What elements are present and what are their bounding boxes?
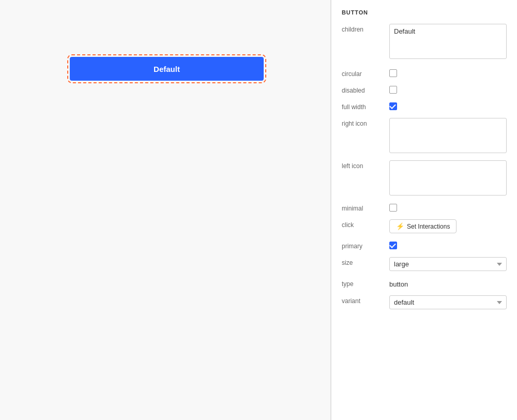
right-icon-value-wrapper — [389, 118, 507, 153]
minimal-checkbox[interactable] — [389, 204, 397, 212]
size-select[interactable]: small medium large extra-large — [389, 257, 507, 271]
set-interactions-label: Set Interactions — [407, 223, 450, 230]
canvas-button-wrapper: Default — [70, 57, 264, 81]
prop-row-click: click ⚡ Set Interactions — [342, 219, 507, 233]
type-value: button — [389, 278, 507, 288]
prop-row-left-icon: left icon — [342, 160, 507, 196]
right-icon-label: right icon — [342, 118, 383, 127]
left-icon-input[interactable] — [389, 160, 507, 196]
canvas-area: Default — [0, 0, 331, 420]
variant-label: variant — [342, 295, 383, 305]
prop-row-primary: primary — [342, 241, 507, 250]
type-value-wrapper: button — [389, 278, 507, 288]
props-panel: BUTTON children circular disabled full w… — [331, 0, 517, 420]
prop-row-children: children — [342, 24, 507, 61]
full-width-checkbox[interactable] — [389, 102, 397, 110]
variant-value-wrapper: default primary secondary minimal — [389, 295, 507, 309]
click-label: click — [342, 219, 383, 229]
children-label: children — [342, 24, 383, 33]
prop-row-disabled: disabled — [342, 85, 507, 94]
primary-label: primary — [342, 241, 383, 250]
left-icon-value-wrapper — [389, 160, 507, 196]
prop-row-full-width: full width — [342, 101, 507, 111]
size-value-wrapper: small medium large extra-large — [389, 257, 507, 271]
prop-row-circular: circular — [342, 68, 507, 78]
canvas-preview-button[interactable]: Default — [70, 57, 264, 81]
children-value-wrapper — [389, 24, 507, 61]
disabled-checkbox[interactable] — [389, 86, 397, 94]
size-label: size — [342, 257, 383, 266]
type-label: type — [342, 278, 383, 288]
prop-row-right-icon: right icon — [342, 118, 507, 153]
prop-row-size: size small medium large extra-large — [342, 257, 507, 271]
prop-row-minimal: minimal — [342, 203, 507, 212]
primary-checkbox[interactable] — [389, 242, 397, 249]
circular-checkbox[interactable] — [389, 69, 397, 77]
circular-label: circular — [342, 68, 383, 78]
minimal-label: minimal — [342, 203, 383, 212]
children-textarea[interactable] — [389, 24, 507, 59]
panel-title: BUTTON — [342, 9, 507, 16]
variant-select[interactable]: default primary secondary minimal — [389, 295, 507, 309]
left-icon-label: left icon — [342, 160, 383, 170]
set-interactions-button[interactable]: ⚡ Set Interactions — [389, 219, 457, 233]
prop-row-type: type button — [342, 278, 507, 288]
bolt-icon: ⚡ — [396, 222, 404, 230]
prop-row-variant: variant default primary secondary minima… — [342, 295, 507, 309]
right-icon-input[interactable] — [389, 118, 507, 153]
full-width-label: full width — [342, 101, 383, 111]
disabled-label: disabled — [342, 85, 383, 94]
click-value-wrapper: ⚡ Set Interactions — [389, 219, 507, 233]
